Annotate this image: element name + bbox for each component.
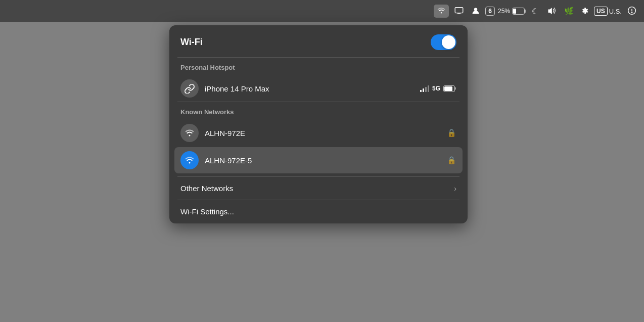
input-method-label: U.S.: [609, 8, 622, 15]
svg-rect-9: [455, 87, 456, 89]
account-icon[interactable]: [469, 6, 482, 17]
network-item-1[interactable]: ALHN-972E 🔒: [169, 120, 468, 146]
svg-rect-0: [455, 7, 464, 13]
input-method-container[interactable]: US U.S.: [594, 7, 622, 16]
network-item-2[interactable]: ALHN-972E-5 🔒: [174, 147, 463, 173]
panel-header: Wi-Fi: [169, 25, 468, 57]
network-2-lock-icon: 🔒: [447, 156, 456, 165]
svg-rect-3: [525, 10, 526, 13]
network-2-name: ALHN-972E-5: [205, 156, 443, 165]
bar-2: [423, 88, 424, 92]
network-1-icon-circle: [180, 124, 199, 142]
toggle-knob: [442, 35, 455, 49]
network-1-wifi-icon: [185, 129, 195, 137]
input-method-badge: US: [594, 7, 608, 16]
volume-icon[interactable]: [544, 6, 559, 17]
bar-1: [420, 90, 422, 92]
bar-4: [428, 85, 429, 92]
bar-3: [425, 87, 427, 92]
svg-point-7: [631, 12, 632, 13]
panel-title: Wi-Fi: [180, 37, 203, 48]
chevron-right-icon: ›: [454, 185, 456, 193]
battery-icon: [512, 8, 526, 15]
hotspot-item[interactable]: iPhone 14 Pro Max 5G: [169, 75, 468, 102]
hotspot-battery-icon: [443, 85, 456, 92]
known-networks-label: Known Networks: [169, 102, 468, 120]
battery-percent-text: 25%: [498, 8, 510, 15]
5g-badge: 5G: [432, 85, 440, 92]
network-1-name: ALHN-972E: [205, 129, 443, 137]
wifi-toggle[interactable]: [431, 34, 456, 50]
personal-hotspot-label: Personal Hotspot: [169, 58, 468, 75]
focus-icon[interactable]: 🌿: [562, 6, 576, 17]
wifi-panel: Wi-Fi Personal Hotspot iPhone 14 Pro Max…: [169, 25, 468, 223]
network-2-wifi-icon: [185, 156, 195, 164]
network-2-icon-circle: [180, 151, 199, 169]
svg-point-1: [474, 8, 477, 11]
hotspot-link-icon: [184, 83, 195, 94]
wifi-settings-label: Wi-Fi Settings...: [180, 207, 234, 216]
screen-mirror-icon[interactable]: [452, 6, 466, 17]
svg-rect-4: [513, 9, 516, 14]
notification-icon[interactable]: [625, 5, 639, 18]
hotspot-name: iPhone 14 Pro Max: [205, 84, 420, 93]
menubar: 6 25% ☾ 🌿 ✱ US U.S.: [0, 0, 644, 22]
svg-rect-10: [444, 86, 452, 91]
hotspot-icon-circle: [180, 79, 199, 98]
wifi-settings-row[interactable]: Wi-Fi Settings...: [169, 200, 468, 223]
network-1-lock-icon: 🔒: [447, 128, 456, 137]
do-not-disturb-icon[interactable]: ☾: [529, 6, 541, 17]
calendar-icon[interactable]: 6: [485, 7, 495, 16]
battery-container: 25%: [498, 8, 526, 15]
other-networks-row[interactable]: Other Networks ›: [169, 177, 468, 200]
signal-bars: [420, 85, 429, 92]
hotspot-meta: 5G: [420, 85, 456, 92]
other-networks-label: Other Networks: [180, 184, 233, 193]
wifi-menubar-icon[interactable]: [434, 5, 449, 18]
bluetooth-icon[interactable]: ✱: [579, 6, 591, 17]
